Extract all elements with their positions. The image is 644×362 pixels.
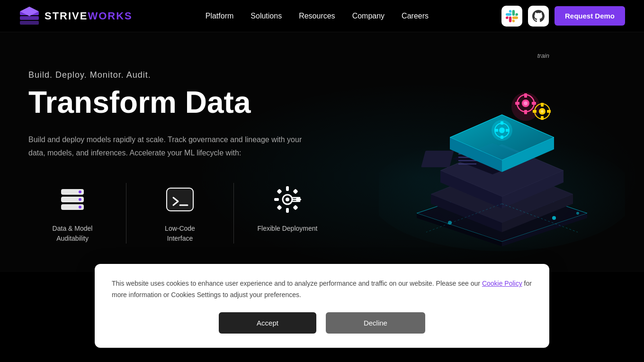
svg-rect-48: [501, 121, 503, 125]
svg-rect-22: [293, 205, 298, 210]
svg-point-55: [524, 101, 528, 105]
svg-point-7: [79, 190, 81, 193]
svg-point-47: [499, 127, 505, 133]
svg-rect-59: [532, 102, 536, 105]
cookie-banner: This website uses cookies to enhance use…: [95, 264, 549, 348]
svg-rect-37: [421, 151, 454, 167]
logo-text: STRIVEWORKS: [45, 10, 133, 22]
svg-rect-56: [524, 93, 527, 98]
svg-rect-21: [277, 205, 282, 210]
svg-rect-64: [541, 116, 544, 120]
cookie-text: This website uses cookies to enhance use…: [112, 278, 532, 301]
feature-data-model-auditability: Data & ModelAuditability: [28, 183, 116, 244]
svg-rect-66: [547, 110, 551, 113]
cookie-buttons: Accept Decline: [112, 312, 532, 334]
svg-rect-1: [20, 16, 39, 20]
svg-rect-58: [515, 102, 519, 105]
nav-solutions[interactable]: Solutions: [250, 12, 282, 20]
svg-rect-15: [286, 186, 289, 191]
hero-3d-illustration: [379, 33, 625, 261]
hero-description: Build and deploy models rapidly at scale…: [28, 133, 303, 159]
feature-label-auditability: Data & ModelAuditability: [53, 224, 93, 244]
svg-point-8: [79, 198, 81, 201]
feature-divider-1: [126, 183, 126, 244]
hero-subtitle: Build. Deploy. Monitor. Audit.: [28, 70, 331, 80]
svg-rect-20: [293, 189, 298, 194]
auditability-icon-svg: [57, 184, 88, 215]
nav-resources[interactable]: Resources: [299, 12, 335, 20]
feature-flexible-deployment: Flexible Deployment: [243, 183, 331, 234]
svg-point-69: [552, 216, 556, 220]
github-icon: [532, 10, 545, 22]
svg-point-62: [541, 110, 544, 113]
terminal-icon-svg: [165, 184, 195, 215]
feature-label-deployment: Flexible Deployment: [258, 224, 318, 234]
svg-rect-2: [20, 21, 39, 25]
slack-icon: [506, 10, 518, 22]
hero-features: Data & ModelAuditability Low-CodeInterfa…: [28, 183, 331, 244]
hero-illustration: train: [360, 24, 644, 270]
database-icon: [56, 183, 89, 216]
svg-rect-65: [533, 110, 537, 113]
svg-rect-63: [541, 103, 544, 107]
cookie-banner-overlay: This website uses cookies to enhance use…: [95, 264, 549, 348]
svg-rect-51: [506, 129, 509, 132]
terminal-icon: [163, 183, 197, 216]
svg-point-14: [286, 198, 289, 201]
svg-rect-11: [167, 188, 193, 211]
nav-actions: Request Demo: [501, 6, 625, 27]
svg-rect-49: [501, 136, 503, 139]
logo-icon: [19, 6, 40, 27]
svg-rect-17: [274, 198, 279, 201]
svg-point-70: [448, 221, 452, 225]
gear-icon-svg: [272, 184, 303, 215]
cookie-message-pre: This website uses cookies to enhance use…: [112, 280, 482, 287]
svg-rect-19: [277, 189, 282, 194]
request-demo-button[interactable]: Request Demo: [555, 6, 625, 26]
nav-platform[interactable]: Platform: [206, 12, 234, 20]
accept-button[interactable]: Accept: [219, 312, 316, 334]
decline-button[interactable]: Decline: [326, 312, 425, 334]
hero-content: Build. Deploy. Monitor. Audit. Transform…: [0, 32, 331, 272]
hero-title: Transform Data: [28, 86, 331, 119]
cookie-policy-link[interactable]: Cookie Policy: [482, 280, 522, 287]
nav-careers[interactable]: Careers: [402, 12, 429, 20]
feature-divider-2: [233, 183, 234, 244]
feature-label-low-code: Low-CodeInterface: [165, 224, 195, 244]
svg-rect-16: [286, 208, 289, 213]
slack-button[interactable]: [501, 6, 522, 27]
gear-icon: [271, 183, 304, 216]
svg-point-9: [79, 206, 81, 208]
svg-rect-57: [524, 110, 527, 114]
logo[interactable]: STRIVEWORKS: [19, 6, 133, 27]
feature-low-code: Low-CodeInterface: [136, 183, 224, 244]
hero-section: Build. Deploy. Monitor. Audit. Transform…: [0, 0, 644, 272]
nav-company[interactable]: Company: [352, 12, 385, 20]
nav-links: Platform Solutions Resources Company Car…: [206, 12, 429, 20]
svg-point-71: [576, 212, 579, 215]
navbar: STRIVEWORKS Platform Solutions Resources…: [0, 0, 644, 32]
train-label: train: [537, 52, 549, 59]
svg-rect-50: [495, 129, 498, 132]
github-button[interactable]: [528, 6, 549, 27]
